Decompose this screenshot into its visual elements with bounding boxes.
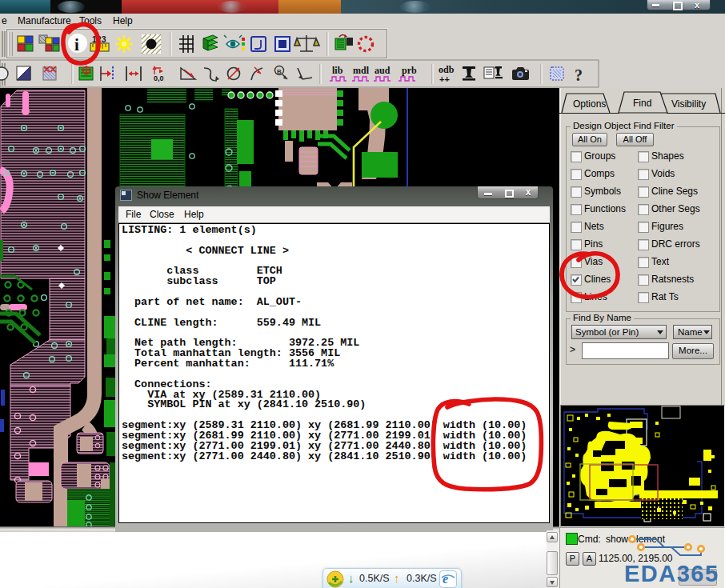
svg-text:B: B [277,68,282,75]
svg-text:Find: Find [633,98,651,109]
svg-text:Visibility: Visibility [671,98,706,110]
svg-text:++: ++ [439,74,450,84]
svg-text:odb: odb [439,64,455,75]
svg-text:aud: aud [375,65,391,76]
svg-text:?: ? [575,66,583,84]
svg-text:Options: Options [573,98,606,110]
svg-text:prb: prb [402,65,417,76]
svg-text:i: i [74,35,79,54]
svg-text:EDA365: EDA365 [624,561,719,586]
svg-text:e: e [443,572,448,586]
svg-text:lib: lib [332,65,343,76]
svg-text:mdl: mdl [353,65,370,76]
svg-text:123: 123 [92,34,106,44]
svg-text:0,0: 0,0 [154,74,164,82]
